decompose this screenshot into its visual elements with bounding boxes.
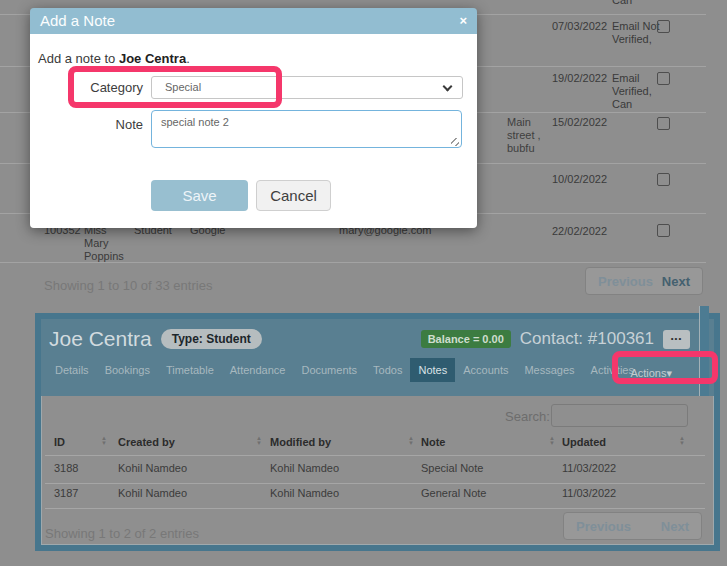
contact-panel-header: Joe Centra Type: Student Balance = 0.00 …	[41, 319, 714, 396]
tab-attendance[interactable]: Attendance	[222, 358, 294, 382]
tab-timetable[interactable]: Timetable	[158, 358, 222, 382]
sort-icon[interactable]: ▲▼	[256, 436, 262, 446]
row-checkbox[interactable]	[657, 72, 670, 85]
contact-type-badge: Type: Student	[161, 329, 262, 349]
category-selected-value: Special	[165, 81, 201, 93]
note-row-cell: 11/03/2022	[562, 462, 616, 474]
bg-row-name: Miss Mary Poppins	[84, 224, 132, 263]
tab-details[interactable]: Details	[47, 358, 97, 382]
bg-row-partial-status: Can	[612, 0, 632, 7]
category-select[interactable]: Special	[151, 76, 463, 99]
row-divider	[45, 483, 705, 484]
note-row-cell: 11/03/2022	[562, 487, 616, 499]
app-screen: Can 07/03/2022 Email Not Verified, 19/02…	[0, 0, 727, 566]
sort-icon[interactable]: ▲▼	[549, 436, 555, 446]
tab-documents[interactable]: Documents	[293, 358, 365, 382]
contact-name-inline: Joe Centra	[119, 51, 186, 66]
table-info-text: Showing 1 to 2 of 2 entries	[45, 526, 199, 541]
note-row-cell: 3187	[54, 487, 78, 499]
tab-notes[interactable]: Notes	[410, 358, 455, 382]
contact-id: Contact: #100361	[520, 329, 654, 349]
bg-row-address: Main street , bubfu	[507, 116, 551, 155]
next-button[interactable]: Next	[662, 274, 690, 289]
bg-row-status: Email Verified, Can	[612, 72, 662, 111]
panel-scrollbar[interactable]	[699, 306, 709, 396]
more-options-button[interactable]: •••	[663, 330, 690, 349]
bg-row-date: 07/03/2022	[552, 20, 607, 33]
sort-icon[interactable]: ▲▼	[408, 436, 414, 446]
tab-bookings[interactable]: Bookings	[97, 358, 158, 382]
contact-name: Joe Centra	[49, 327, 152, 351]
sort-icon[interactable]: ▲▼	[679, 436, 685, 446]
pagination: Previous Next	[585, 267, 703, 295]
chevron-down-icon	[443, 82, 453, 92]
search-input[interactable]	[551, 404, 688, 427]
tab-accounts[interactable]: Accounts	[455, 358, 516, 382]
note-row-cell: Kohil Namdeo	[270, 487, 339, 499]
tab-messages[interactable]: Messages	[516, 358, 582, 382]
note-row-cell: 3188	[54, 462, 78, 474]
note-row-cell: General Note	[421, 487, 486, 499]
save-button[interactable]: Save	[151, 180, 248, 211]
add-note-modal: Add a Note × Add a note to Joe Centra. C…	[30, 8, 477, 228]
caret-down-icon: ▾	[666, 367, 672, 379]
modal-body: Add a note to Joe Centra. Category Speci…	[30, 34, 477, 228]
bg-row-date: 10/02/2022	[552, 173, 607, 186]
ellipsis-icon: •••	[671, 334, 682, 343]
table-info-text: Showing 1 to 10 of 33 entries	[44, 278, 212, 293]
note-row-cell: Kohil Namdeo	[118, 487, 187, 499]
next-button[interactable]: Next	[661, 519, 689, 534]
sort-icon[interactable]: ▲▼	[101, 436, 107, 446]
contact-panel: Joe Centra Type: Student Balance = 0.00 …	[35, 313, 720, 551]
close-icon[interactable]: ×	[459, 8, 467, 34]
modal-header: Add a Note ×	[30, 8, 477, 34]
row-divider	[45, 455, 705, 456]
bg-row-date: 19/02/2022	[552, 72, 607, 85]
tab-todos[interactable]: Todos	[365, 358, 410, 382]
bg-row-date: 22/02/2022	[552, 225, 607, 238]
column-header-modified[interactable]: Modified by	[270, 436, 331, 448]
bg-row-status: Email Not Verified,	[612, 20, 662, 46]
note-row-cell: Kohil Namdeo	[118, 462, 187, 474]
pagination: Previous Next	[563, 512, 702, 540]
row-checkbox[interactable]	[657, 117, 670, 130]
bg-row-date: 15/02/2022	[552, 116, 607, 129]
modal-intro-text: Add a note to Joe Centra.	[38, 51, 190, 66]
modal-title: Add a Note	[30, 8, 477, 34]
note-row-cell: Special Note	[421, 462, 483, 474]
cancel-button[interactable]: Cancel	[256, 180, 331, 211]
column-header-updated[interactable]: Updated	[562, 436, 606, 448]
notes-tab-content: Search: ID ▲▼ Created by ▲▼ Modified by …	[41, 396, 714, 545]
balance-badge: Balance = 0.00	[421, 330, 511, 348]
note-textarea[interactable]: special note 2	[151, 110, 462, 148]
row-divider	[45, 508, 705, 509]
column-header-created[interactable]: Created by	[118, 436, 175, 448]
row-checkbox[interactable]	[657, 173, 670, 186]
row-divider	[0, 262, 706, 263]
column-header-note[interactable]: Note	[421, 436, 445, 448]
note-row-cell: Kohil Namdeo	[270, 462, 339, 474]
previous-button[interactable]: Previous	[576, 519, 631, 534]
row-checkbox[interactable]	[657, 20, 670, 33]
column-header-id[interactable]: ID	[54, 436, 65, 448]
search-label: Search:	[505, 409, 550, 424]
tab-bar: Details Bookings Timetable Attendance Do…	[41, 358, 714, 382]
note-label: Note	[30, 117, 143, 132]
row-checkbox[interactable]	[657, 224, 670, 237]
previous-button[interactable]: Previous	[598, 274, 653, 289]
category-label: Category	[30, 80, 143, 95]
actions-dropdown-button[interactable]: Actions▾	[622, 361, 680, 386]
